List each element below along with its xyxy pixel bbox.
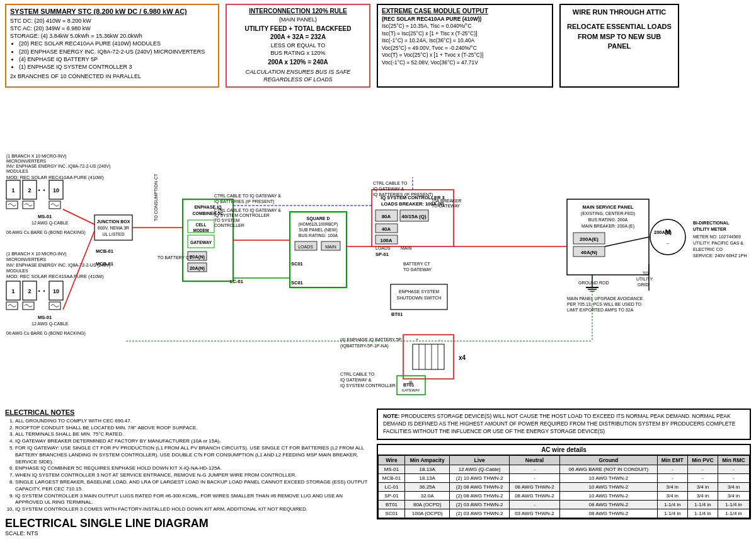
- col-live: Live: [450, 455, 509, 465]
- interconnection-subtitle: (MAIN PANEL): [232, 16, 364, 24]
- elec-note-10: IQ SYSTEM CONTROLLER 3 COMES WITH FACTOR…: [15, 506, 370, 513]
- col-ground: Ground: [560, 455, 657, 465]
- interconnection-title: INTERCONNECTION 120% RULE: [232, 8, 364, 14]
- svg-text:40A: 40A: [382, 226, 391, 232]
- svg-text:10: 10: [53, 288, 59, 294]
- ss-line-1: STC DC: (20) 410W = 8.200 kW: [10, 17, 214, 25]
- ec-line-3: Isc(-1°C) = 10.24A, Isc(36°C) = 10.40A: [382, 37, 548, 44]
- svg-text:GROUND ROD: GROUND ROD: [578, 281, 609, 285]
- svg-text:x4: x4: [459, 354, 466, 361]
- svg-text:BI-DIRECTIONAL: BI-DIRECTIONAL: [693, 221, 730, 225]
- ss-line-2: STC AC: (20) 349W = 6.980 kW: [10, 25, 214, 32]
- svg-text:LOADS: LOADS: [298, 245, 313, 249]
- bottom-section: ELECTRICAL NOTES ALL GROUNDING TO COMPLY…: [0, 406, 756, 539]
- svg-text:•: •: [43, 288, 45, 294]
- top-section: SYSTEM SUMMARY STC (8.200 kW DC / 6.980 …: [0, 0, 756, 88]
- svg-text:•: •: [43, 187, 45, 194]
- svg-text:MCB-01: MCB-01: [96, 261, 113, 267]
- storage-note-body: PRODUCERS STORAGE DEVICE(S) WILL NOT CAU…: [383, 413, 735, 434]
- ss-line-3: STORAGE: (4) 3.84kW 5.0kWh = 15.36kW 20.…: [10, 32, 214, 40]
- svg-line-45: [63, 231, 94, 310]
- svg-text:1: 1: [11, 288, 14, 294]
- svg-text:CTRL CABLE TO: CTRL CABLE TO: [340, 372, 375, 376]
- system-summary-box: SYSTEM SUMMARY STC (8.200 kW DC / 6.980 …: [5, 4, 219, 88]
- svg-text:IQ BATTERIES (IF PRESENT): IQ BATTERIES (IF PRESENT): [214, 199, 275, 204]
- ss-bullet-4: (1) ENPHASE IQ SYSTEM CONTROLLER 3: [19, 63, 214, 71]
- table-row: LC-0136.25A(2) 08 AWG THWN-208 AWG THWN-…: [379, 482, 750, 491]
- svg-text:LOADS: LOADS: [375, 246, 391, 250]
- extreme-case-subtitle: (REC SOLAR REC410AA PURE (410W)): [382, 16, 548, 23]
- wire-run-line1: WIRE RUN THROUGH ATTIC: [566, 8, 673, 17]
- system-summary-title: SYSTEM SUMMARY STC (8.200 kW DC / 6.980 …: [10, 8, 214, 15]
- svg-text:TO: TO: [643, 271, 649, 275]
- svg-text:BUS RATING: 100A: BUS RATING: 100A: [299, 233, 338, 238]
- svg-text:GRID: GRID: [638, 282, 649, 287]
- svg-text:600V, NEMA 3R: 600V, NEMA 3R: [98, 226, 129, 230]
- elec-note-1: ALL GROUNDING TO COMPLY WITH CEC 690.47.: [15, 418, 370, 425]
- svg-text:TO GATEWAY: TO GATEWAY: [432, 204, 461, 208]
- svg-text:06 AWG Cu BARE G (BOND RACKING: 06 AWG Cu BARE G (BOND RACKING): [6, 230, 86, 235]
- col-emt: Min EMT: [657, 455, 687, 465]
- svg-text:MAIN BREAKER: 200A (E): MAIN BREAKER: 200A (E): [581, 224, 634, 229]
- svg-text:ENPHASE SYSTEM: ENPHASE SYSTEM: [399, 289, 439, 294]
- svg-text:TO CONSUMPTION CT: TO CONSUMPTION CT: [154, 173, 158, 221]
- svg-text:(1 BRANCH X 10 MICRO-INV): (1 BRANCH X 10 MICRO-INV): [6, 252, 67, 257]
- svg-text:SERVICE: 240V 60HZ 1PH: SERVICE: 240V 60HZ 1PH: [693, 253, 747, 258]
- svg-text:IQ SYSTEM CONTROLLER: IQ SYSTEM CONTROLLER: [340, 383, 396, 388]
- table-row: MCB-0118.13A(2) 10 AWG THWN-2-10 AWG THW…: [379, 473, 750, 482]
- svg-text:1: 1: [11, 187, 14, 194]
- svg-point-110: [650, 219, 685, 255]
- svg-text:IQ BATTERIES (IF PRESENT): IQ BATTERIES (IF PRESENT): [373, 192, 433, 197]
- svg-text:(IQBATTERY-5P-1P-NA): (IQBATTERY-5P-1P-NA): [340, 344, 389, 349]
- svg-text:200A(E): 200A(E): [654, 229, 672, 235]
- svg-text:JUNCTION BOX: JUNCTION BOX: [97, 219, 130, 224]
- ac-wire-table: Wire Min Ampacity Live Neutral Ground Mi…: [378, 455, 750, 518]
- elec-notes-list: ALL GROUNDING TO COMPLY WITH CEC 690.47.…: [15, 418, 370, 513]
- ic-line-5: 200A x 120% = 240A: [232, 59, 364, 66]
- ec-line-2: Isc(T) = Isc(25°C) x [1 + Tisc x (T-25°C…: [382, 30, 548, 37]
- svg-text:UTILITY: UTILITY: [636, 277, 653, 281]
- svg-text:BATTERY CT: BATTERY CT: [403, 262, 431, 266]
- extreme-case-title: EXTREME CASE MODULE OUTPUT: [382, 8, 548, 14]
- svg-text:MAIN: MAIN: [401, 246, 412, 250]
- svg-text:INV: ENPHASE ENERGY INC. IQ8A-: INV: ENPHASE ENERGY INC. IQ8A-72-2-US (2…: [6, 164, 110, 169]
- svg-text:06 AWG Cu BARE G (BOND RACKING: 06 AWG Cu BARE G (BOND RACKING): [6, 331, 86, 336]
- right-bottom: NOTE: PRODUCERS STORAGE DEVICE(S) WILL N…: [377, 409, 751, 536]
- ec-line-6: Voc(-1°C) = 52.06V, Voc(36°C) = 47.71V: [382, 59, 548, 66]
- svg-text:SC01: SC01: [291, 261, 303, 267]
- ic-footer: CALCULATION ENSURES BUS IS SAFE REGARDLE…: [232, 68, 364, 84]
- ec-line-4: Voc(25°C) = 49.00V, Tvoc = -0.240%/°C: [382, 45, 548, 52]
- diagram-title: ELECTRICAL SINGLE LINE DIAGRAM: [5, 517, 370, 530]
- elec-note-8: SINGLE LARGEST BREAKER, BASELINE LOAD, A…: [15, 479, 370, 493]
- table-row: BT0180A (OCPD)(2) 03 AWG THWN-2-08 AWG T…: [379, 500, 750, 509]
- svg-text:⊞: ⊞: [409, 380, 413, 385]
- svg-text:•: •: [38, 187, 40, 194]
- svg-line-156: [605, 237, 649, 246]
- svg-text:(EXISTING, CENTER-FED): (EXISTING, CENTER-FED): [581, 211, 635, 216]
- ec-line-5: Voc(T) = Voc(25°C) x [1 + Tvoc x (T-25°C…: [382, 52, 548, 59]
- svg-text:GATEWAY: GATEWAY: [402, 388, 420, 392]
- svg-text:BUS RATING: 200A: BUS RATING: 200A: [588, 217, 628, 222]
- svg-text:IQ SYSTEM CONTROLLER: IQ SYSTEM CONTROLLER: [214, 213, 270, 218]
- diagram-area: 1 2 • • 10 MOD: REC SOLAR REC410AA PURE …: [0, 89, 756, 404]
- svg-text:ELECTRIC CO: ELECTRIC CO: [693, 247, 723, 252]
- ic-line-4: BUS RATING x 120%: [232, 49, 364, 57]
- col-min-amp: Min Ampacity: [404, 455, 450, 465]
- svg-text:12 AWG Q-CABLE: 12 AWG Q-CABLE: [32, 221, 69, 226]
- table-row: MS-0118.13A12 AWG (Q-Cable)-06 AWG BARE …: [379, 465, 750, 473]
- svg-text:10: 10: [53, 187, 59, 194]
- svg-text:LIMIT EXPORTED AMPS TO 32A: LIMIT EXPORTED AMPS TO 32A: [567, 308, 634, 312]
- interconnection-box: INTERCONNECTION 120% RULE (MAIN PANEL) U…: [226, 4, 370, 88]
- svg-rect-133: [413, 344, 444, 369]
- ic-line-3: LESS OR EQUAL TO: [232, 42, 364, 50]
- svg-text:MCB-01: MCB-01: [96, 248, 113, 254]
- storage-note-title: NOTE:: [383, 413, 399, 419]
- svg-text:2: 2: [28, 187, 31, 194]
- elec-note-2: ROOFTOP CONDUIT SHALL BE LOCATED MIN. 7/…: [15, 425, 370, 432]
- svg-text:20A(N): 20A(N): [190, 254, 205, 260]
- wire-run-box: WIRE RUN THROUGH ATTIC RELOCATE ESSENTIA…: [559, 4, 679, 88]
- extreme-case-box: EXTREME CASE MODULE OUTPUT (REC SOLAR RE…: [377, 4, 553, 88]
- ac-wire-table-box: AC wire details Wire Min Ampacity Live N…: [377, 444, 751, 519]
- ss-bullet-2: (20) ENPHASE ENERGY INC. IQ8A-72-2-US (2…: [19, 48, 214, 55]
- col-rmc: Min RMC: [718, 455, 749, 465]
